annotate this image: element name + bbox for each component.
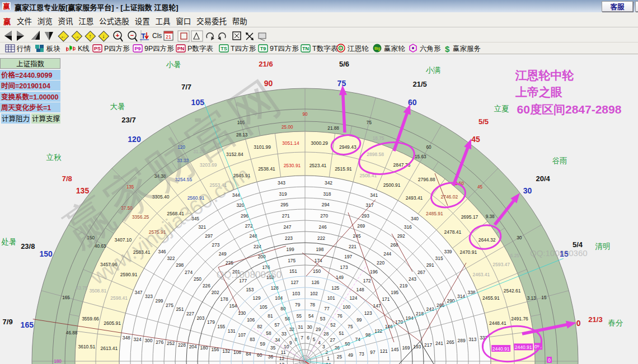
svg-text:217: 217 <box>424 342 432 348</box>
svg-text:59: 59 <box>260 341 266 347</box>
svg-text:221: 221 <box>349 244 356 249</box>
svg-text:243: 243 <box>409 276 416 282</box>
svg-text:318: 318 <box>323 191 331 197</box>
svg-text:150: 150 <box>313 268 321 274</box>
svg-text:271: 271 <box>282 213 290 219</box>
svg-text:121: 121 <box>380 348 388 354</box>
svg-text:75: 75 <box>367 120 372 125</box>
svg-text:97: 97 <box>370 349 376 355</box>
svg-text:大暑: 大暑 <box>110 102 125 111</box>
svg-text:33: 33 <box>282 331 287 337</box>
svg-text:246: 246 <box>319 224 327 230</box>
svg-text:172: 172 <box>363 278 371 283</box>
svg-text:169: 169 <box>402 345 410 351</box>
svg-text:↓: ↓ <box>102 33 105 39</box>
svg-text:谷雨: 谷雨 <box>552 157 567 165</box>
svg-text:298: 298 <box>176 262 184 268</box>
svg-text:10: 10 <box>284 344 289 349</box>
svg-text:199: 199 <box>287 247 294 252</box>
svg-text:28: 28 <box>323 331 329 337</box>
svg-text:165: 165 <box>62 295 70 300</box>
svg-text:上帝之眼: 上帝之眼 <box>515 86 562 98</box>
svg-text:300: 300 <box>144 338 152 343</box>
svg-text:247: 247 <box>283 224 291 230</box>
svg-text:223: 223 <box>285 235 293 241</box>
svg-text:101: 101 <box>327 295 335 301</box>
svg-text:341: 341 <box>370 192 378 198</box>
svg-text:131: 131 <box>228 328 236 334</box>
svg-text:2598.41: 2598.41 <box>110 295 128 301</box>
svg-text:20/4: 20/4 <box>536 174 551 183</box>
svg-text:124: 124 <box>349 295 357 301</box>
svg-text:7/9: 7/9 <box>3 318 13 326</box>
svg-text:3101.99: 3101.99 <box>254 144 271 150</box>
svg-text:315: 315 <box>435 256 443 261</box>
svg-text:+: + <box>116 32 119 39</box>
svg-text:348: 348 <box>123 335 130 341</box>
svg-text:5/4: 5/4 <box>573 240 583 249</box>
svg-text:2542.61: 2542.61 <box>504 288 521 294</box>
svg-text:53: 53 <box>320 316 326 322</box>
svg-text:TN: TN <box>302 46 309 51</box>
svg-text:105: 105 <box>260 304 268 310</box>
svg-text:252: 252 <box>167 341 175 346</box>
svg-text:228: 228 <box>178 342 186 348</box>
svg-text:2455.91: 2455.91 <box>482 295 500 301</box>
svg-text:321: 321 <box>198 224 206 230</box>
svg-text:90: 90 <box>302 112 308 117</box>
svg-text:147: 147 <box>373 303 381 309</box>
svg-text:103: 103 <box>292 291 300 296</box>
svg-text:PS: PS <box>94 46 101 51</box>
svg-text:60: 60 <box>257 352 262 358</box>
svg-text:338: 338 <box>468 290 476 295</box>
svg-text:2478.41: 2478.41 <box>444 229 462 235</box>
svg-text:2440.91: 2440.91 <box>492 346 510 352</box>
svg-text:294: 294 <box>322 202 330 207</box>
svg-text:5/5: 5/5 <box>478 117 489 126</box>
svg-text:11: 11 <box>281 349 286 355</box>
svg-text:57: 57 <box>274 322 280 328</box>
svg-text:60度区间2847-2898: 60度区间2847-2898 <box>517 103 622 116</box>
svg-text:83: 83 <box>250 337 255 342</box>
svg-text:195: 195 <box>391 290 398 295</box>
svg-text:7/7: 7/7 <box>181 83 191 91</box>
svg-text:36: 36 <box>268 354 274 360</box>
svg-text:273: 273 <box>212 242 220 248</box>
svg-text:106: 106 <box>247 317 255 323</box>
svg-text:7/8: 7/8 <box>62 174 72 183</box>
svg-text:60: 60 <box>426 145 431 150</box>
svg-text:Cls: Cls <box>152 32 162 40</box>
svg-text:295: 295 <box>280 202 288 207</box>
svg-text:78: 78 <box>310 302 316 308</box>
svg-text:30: 30 <box>517 235 522 240</box>
svg-text:7: 7 <box>301 335 303 341</box>
svg-text:P数字表: P数字表 <box>187 45 213 53</box>
svg-text:21: 21 <box>166 34 171 40</box>
svg-text:21/3: 21/3 <box>588 315 602 324</box>
svg-text:立秋: 立秋 <box>46 153 62 162</box>
svg-text:江恩轮: 江恩轮 <box>348 45 369 53</box>
svg-text:198: 198 <box>316 247 323 252</box>
svg-text:79: 79 <box>295 302 301 308</box>
svg-text:2493.41: 2493.41 <box>406 195 423 201</box>
svg-text:180: 180 <box>54 359 62 364</box>
svg-text:170: 170 <box>395 319 403 325</box>
svg-text:126: 126 <box>312 280 320 285</box>
svg-text:219: 219 <box>400 283 407 289</box>
svg-text:54: 54 <box>308 313 314 319</box>
svg-text:→: → <box>74 33 79 39</box>
svg-text:128: 128 <box>271 285 279 291</box>
svg-text:319: 319 <box>279 191 287 197</box>
svg-text:P9: P9 <box>134 46 140 51</box>
svg-text:江恩轮中轮: 江恩轮中轮 <box>515 69 575 82</box>
svg-text:200: 200 <box>258 254 266 259</box>
svg-text:2530.91: 2530.91 <box>284 163 301 168</box>
svg-text:76: 76 <box>337 313 343 319</box>
svg-text:51: 51 <box>339 330 344 336</box>
svg-text:行情: 行情 <box>16 45 31 53</box>
svg-text:2500.91: 2500.91 <box>383 182 401 188</box>
svg-text:46.88: 46.88 <box>66 330 78 335</box>
svg-text:317: 317 <box>366 202 374 208</box>
svg-text:←: ← <box>60 33 66 39</box>
svg-text:145: 145 <box>391 347 399 352</box>
